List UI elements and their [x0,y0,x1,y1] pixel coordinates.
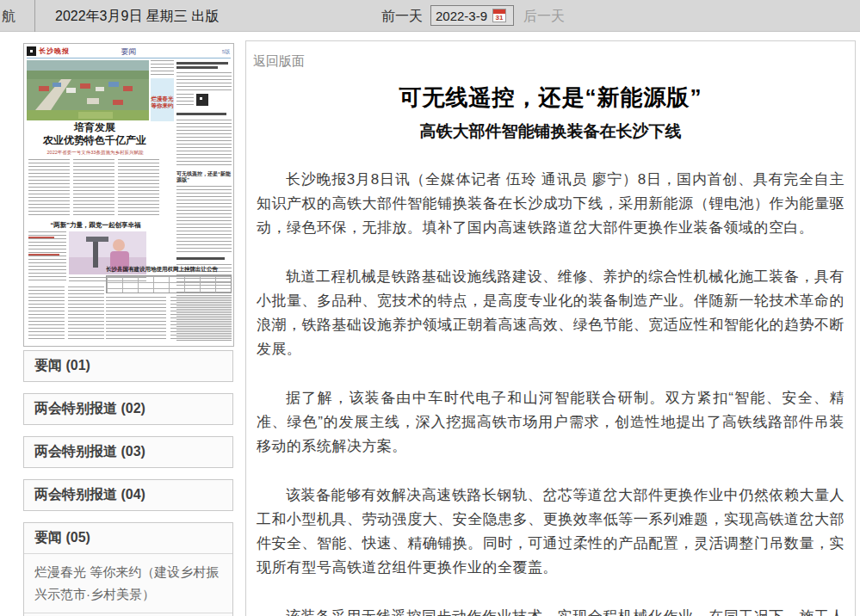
article-paragraph: 轨道工程机械是铁路基础设施线路建设、维修、养护的综合性机械化施工装备，具有小批量… [257,265,845,361]
thumb-text-column [106,297,166,342]
publication-date-label: 2022年3月9日 星期三 出版 [55,8,219,26]
sidebar-section-lianghui-02[interactable]: 两会特别报道 (02) [23,393,233,425]
thumb-text-column [28,286,65,342]
thumb-text-column [118,159,159,218]
thumb-text-column [28,159,70,218]
thumb-headline-1a: 培育发展 [31,122,158,133]
date-navigation-bar: 航 2022年3月9日 星期三 出版 前一天 31 后一天 [0,0,860,32]
thumb-page-number: 5版 [222,48,230,56]
article-paragraph: 据了解，该装备由中车时代电子和山河智能联合研制。双方紧扣“智能、安全、精准、绿色… [257,386,845,459]
thumb-mini-headline [176,113,226,115]
thumb-mini-headline [176,257,225,260]
article-subtitle: 高铁大部件智能铺换装备在长沙下线 [246,120,855,143]
thumb-text-column [176,186,232,253]
epaper-reader: 航 2022年3月9日 星期三 出版 前一天 31 后一天 长沙晚报 要闻 5版 [0,0,860,616]
sidebar: 长沙晚报 要闻 5版 [23,43,234,616]
thumb-text-column [170,297,232,342]
calendar-icon[interactable]: 31 [492,9,506,22]
thumb-notice-table [106,275,232,293]
article-paragraph: 该装备采用无线遥控同步动作作业技术，实现全程机械化作业，在同工况下，施工人员较行… [257,605,845,616]
thumb-right-headline: 可无线遥控，还是“新能源版” [176,171,232,183]
nav-label-clipped[interactable]: 航 [2,8,15,26]
article-paragraph: 长沙晚报3月8日讯（全媒体记者 伍玲 通讯员 廖宁）8日，国内首创、具有完全自主… [257,168,845,240]
article-title: 可无线遥控，还是“新能源版” [246,83,855,113]
prev-day-link[interactable]: 前一天 [381,8,423,26]
thumb-header-rule [27,58,231,59]
sidebar-section-yaowen-05-header[interactable]: 要闻 (05) [24,523,232,554]
sidebar-section-lianghui-04[interactable]: 两会特别报道 (04) [23,479,233,511]
thumb-red-text-mark [28,237,54,238]
sidebar-article-link[interactable]: 烂漫春光 等你来约（建设乡村振兴示范市·乡村美景） [24,554,232,613]
thumb-text-block [151,60,174,77]
thumb-section-header: 要闻 [24,46,233,58]
thumb-text-column [176,72,232,91]
back-to-page-link[interactable]: 返回版面 [253,53,305,70]
thumb-red-subhead: 2022年省委一号文件33条措施为乡村振兴赋能 [28,150,162,156]
thumb-headline-2: “两新”力量，跟党一起创享幸福 [31,221,160,230]
article-paragraph: 该装备能够有效解决高速铁路长钢轨、岔芯等道岔大部件更换作业中仍然依赖大量人工和小… [257,484,845,580]
thumb-notice-headline: 长沙县国有建设用地使用权网上挂牌出让公告 [106,266,232,274]
thumb-red-text-mark [28,254,59,256]
sidebar-section-lianghui-03[interactable]: 两会特别报道 (03) [23,436,233,468]
article-body: 长沙晚报3月8日讯（全媒体记者 伍玲 通讯员 廖宁）8日，国内首创、具有完全自主… [246,168,855,616]
sidebar-section-yaowen-01[interactable]: 要闻 (01) [23,350,233,382]
next-day-link[interactable]: 后一天 [523,8,565,26]
thumb-mini-headline [176,66,218,69]
newspaper-page-thumbnail[interactable]: 长沙晚报 要闻 5版 [23,43,234,347]
thumb-text-column [176,94,194,108]
topbar-divider [34,0,35,32]
thumb-mini-headline [176,62,228,65]
thumb-text-column [176,120,232,168]
aerial-village-photo [27,60,149,120]
thumb-text-column [73,159,114,218]
thumb-text-column [68,286,104,342]
article-panel: 返回版面 可无线遥控，还是“新能源版” 高铁大部件智能铺换装备在长沙下线 长沙晚… [245,40,856,616]
thumb-headline-1b: 农业优势特色千亿产业 [31,135,158,146]
thumb-text-column [28,231,66,281]
sidebar-section-yaowen-05: 要闻 (05) 烂漫春光 等你来约（建设乡村振兴示范市·乡村美景） 培育发展农业… [23,522,233,616]
thumb-qr-code [196,94,208,106]
thumb-promo-box: 烂漫春光 等你来约 [151,78,174,121]
